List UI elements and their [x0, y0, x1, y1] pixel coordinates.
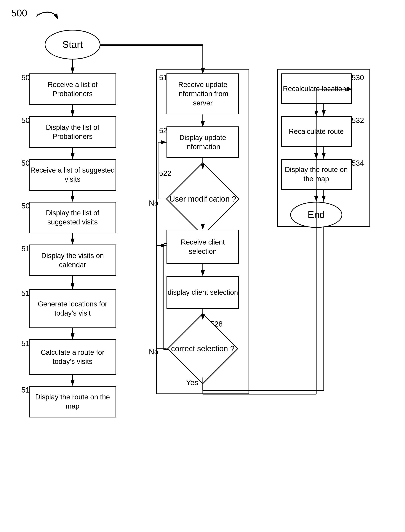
- end-node: End: [290, 202, 342, 228]
- label-no-528: No: [149, 348, 158, 356]
- step-530-label: 530: [352, 73, 364, 82]
- step-534-label: 534: [352, 159, 364, 167]
- label-yes-528: Yes: [186, 379, 198, 387]
- node-516-label: Display the route on the map: [30, 392, 115, 411]
- label-no-522: No: [149, 199, 158, 207]
- end-label: End: [308, 208, 325, 221]
- node-520: Display update information: [167, 126, 239, 158]
- node-506: Receive a list of suggested visits: [29, 159, 116, 191]
- node-506-label: Receive a list of suggested visits: [30, 166, 115, 184]
- node-524: Receive client selection: [167, 230, 239, 264]
- node-514-label: Calculate a route for today's visits: [30, 348, 115, 366]
- node-528: correct selection ?: [167, 320, 239, 378]
- start-node: Start: [45, 30, 101, 60]
- node-512: Generate locations for today's visit: [29, 289, 116, 328]
- node-526-label: display client selection: [168, 288, 238, 297]
- node-518-label: Receive update information from server: [167, 80, 238, 108]
- start-label: Start: [62, 38, 83, 51]
- node-532-label: Recalculate route: [289, 127, 344, 136]
- node-528-label: correct selection ?: [171, 344, 235, 354]
- node-516: Display the route on the map: [29, 386, 116, 418]
- node-534: Display the route on the map: [281, 159, 352, 190]
- node-530: Recalculate locations: [281, 73, 352, 104]
- node-504-label: Display the list of Probationers: [30, 123, 115, 141]
- node-508: Display the list of suggested visits: [29, 202, 116, 233]
- node-502-label: Receive a list of Probationers: [30, 80, 115, 99]
- step-532-label: 532: [352, 116, 364, 125]
- node-522-label: User modification ?: [169, 194, 236, 204]
- figure-number: 500: [11, 7, 27, 19]
- node-518: Receive update information from server: [167, 73, 239, 114]
- node-530-label: Recalculate locations: [283, 84, 350, 93]
- node-532: Recalculate route: [281, 116, 352, 147]
- node-522: User modification ?: [167, 169, 239, 229]
- node-504: Display the list of Probationers: [29, 116, 116, 148]
- node-524-label: Receive client selection: [167, 238, 238, 256]
- node-534-label: Display the route on the map: [282, 165, 351, 184]
- node-526: display client selection: [167, 276, 239, 309]
- node-502: Receive a list of Probationers: [29, 73, 116, 105]
- node-510-label: Display the visits on calendar: [30, 251, 115, 270]
- node-514: Calculate a route for today's visits: [29, 339, 116, 375]
- node-510: Display the visits on calendar: [29, 245, 116, 276]
- node-512-label: Generate locations for today's visit: [30, 299, 115, 318]
- node-520-label: Display update information: [167, 133, 238, 152]
- node-508-label: Display the list of suggested visits: [30, 208, 115, 227]
